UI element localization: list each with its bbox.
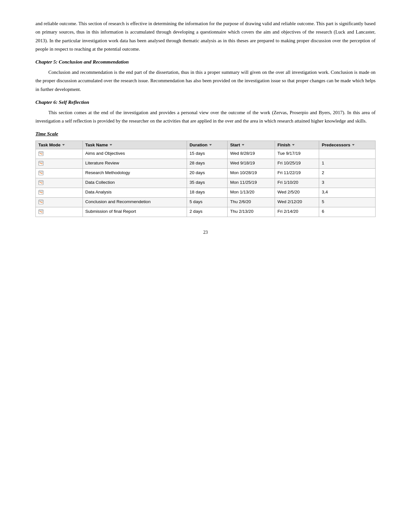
cell-predecessors: 3 (319, 178, 376, 188)
cell-start: Thu 2/13/20 (228, 207, 275, 217)
cell-start: Mon 1/13/20 (228, 188, 275, 198)
chapter6-heading: Chapter 6: Self Reflection (35, 99, 376, 105)
cell-finish: Fri 2/14/20 (275, 207, 319, 217)
cell-start: Wed 9/18/19 (228, 159, 275, 169)
cell-task-name: Data Collection (83, 178, 187, 188)
cell-start: Thu 2/6/20 (228, 198, 275, 207)
gantt-table: Task Mode Task Name Duration (35, 141, 376, 217)
col-header-start[interactable]: Start (228, 141, 275, 149)
cell-task-name: Aims and Objectives (83, 149, 187, 159)
cell-duration: 15 days (187, 149, 228, 159)
cell-task-name: Submission of final Report (83, 207, 187, 217)
cell-predecessors (319, 149, 376, 159)
cell-finish: Wed 2/12/20 (275, 198, 319, 207)
cell-task-mode (36, 178, 83, 188)
table-row: Literature Review28 daysWed 9/18/19Fri 1… (36, 159, 376, 169)
cell-task-mode (36, 169, 83, 178)
cell-finish: Wed 2/5/20 (275, 188, 319, 198)
cell-duration: 5 days (187, 198, 228, 207)
table-row: Aims and Objectives15 daysWed 8/28/19Tue… (36, 149, 376, 159)
table-row: Conclusion and Recommendetion5 daysThu 2… (36, 198, 376, 207)
cell-task-name: Conclusion and Recommendetion (83, 198, 187, 207)
table-row: Data Analysis18 daysMon 1/13/20Wed 2/5/2… (36, 188, 376, 198)
col-header-task-mode[interactable]: Task Mode (36, 141, 83, 149)
cell-finish: Fri 11/22/19 (275, 169, 319, 178)
col-header-task-name[interactable]: Task Name (83, 141, 187, 149)
cell-task-name: Literature Review (83, 159, 187, 169)
cell-predecessors: 1 (319, 159, 376, 169)
intro-paragraph: and reliable outcome. This section of re… (35, 19, 376, 53)
cell-duration: 35 days (187, 178, 228, 188)
sort-arrow-task-name (110, 144, 112, 146)
col-header-duration[interactable]: Duration (187, 141, 228, 149)
cell-predecessors: 2 (319, 169, 376, 178)
sort-arrow-task-mode (62, 144, 65, 146)
cell-predecessors: 5 (319, 198, 376, 207)
table-row: Submission of final Report2 daysThu 2/13… (36, 207, 376, 217)
cell-finish: Fri 1/10/20 (275, 178, 319, 188)
cell-start: Mon 11/25/19 (228, 178, 275, 188)
col-header-predecessors[interactable]: Predecessors (319, 141, 376, 149)
cell-duration: 18 days (187, 188, 228, 198)
cell-duration: 2 days (187, 207, 228, 217)
cell-predecessors: 3,4 (319, 188, 376, 198)
cell-duration: 20 days (187, 169, 228, 178)
cell-task-name: Data Analysis (83, 188, 187, 198)
chapter6-text: This section comes at the end of the inv… (35, 108, 376, 125)
cell-task-mode (36, 207, 83, 217)
cell-task-mode (36, 159, 83, 169)
sort-arrow-start (242, 144, 244, 146)
cell-task-mode (36, 188, 83, 198)
table-row: Data Collection35 daysMon 11/25/19Fri 1/… (36, 178, 376, 188)
cell-predecessors: 6 (319, 207, 376, 217)
cell-finish: Tue 9/17/19 (275, 149, 319, 159)
chapter5-text: Conclusion and recommendation is the end… (35, 68, 376, 94)
cell-task-mode (36, 198, 83, 207)
sort-arrow-duration (209, 144, 212, 146)
cell-task-mode (36, 149, 83, 159)
table-row: Research Methodology20 daysMon 10/28/19F… (36, 169, 376, 178)
chapter5-heading: Chapter 5: Conclusion and Recommendation (35, 59, 376, 65)
cell-finish: Fri 10/25/19 (275, 159, 319, 169)
cell-task-name: Research Methodology (83, 169, 187, 178)
cell-duration: 28 days (187, 159, 228, 169)
cell-start: Mon 10/28/19 (228, 169, 275, 178)
col-header-finish[interactable]: Finish (275, 141, 319, 149)
sort-arrow-predecessors (352, 144, 355, 146)
time-scale-heading: Time Scale (35, 131, 376, 137)
sort-arrow-finish (292, 144, 295, 146)
page-number: 23 (35, 230, 376, 235)
cell-start: Wed 8/28/19 (228, 149, 275, 159)
